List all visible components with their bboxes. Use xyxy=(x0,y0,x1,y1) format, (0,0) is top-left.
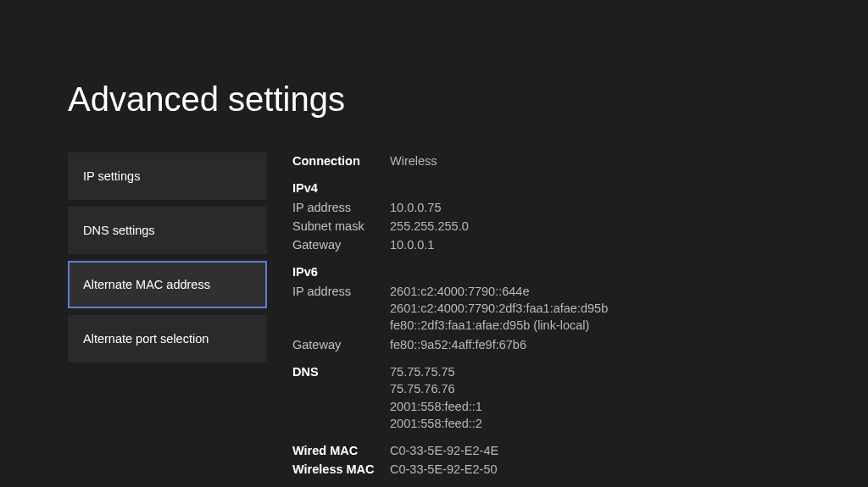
menu-item-alternate-mac[interactable]: Alternate MAC address xyxy=(68,261,267,308)
ipv6-header: IPv6 xyxy=(292,263,390,280)
menu-item-alternate-port[interactable]: Alternate port selection xyxy=(68,315,267,362)
ipv6-gateway-label: Gateway xyxy=(292,336,390,353)
ipv6-ip-value-2: fe80::2df3:faa1:afae:d95b (link-local) xyxy=(390,317,608,334)
ipv6-ip-value-1: 2601:c2:4000:7790:2df3:faa1:afae:d95b xyxy=(390,300,608,317)
ipv4-ip-label: IP address xyxy=(292,199,390,216)
wireless-mac-value: C0-33-5E-92-E2-50 xyxy=(390,461,498,478)
ipv4-gateway-label: Gateway xyxy=(292,236,390,253)
dns-header: DNS xyxy=(292,363,390,432)
ipv6-ip-label: IP address xyxy=(292,283,390,335)
network-details: Connection Wireless IPv4 IP address 10.0… xyxy=(292,152,800,487)
dns-value-3: 2001:558:feed::2 xyxy=(390,415,482,432)
dns-value-2: 2001:558:feed::1 xyxy=(390,398,482,415)
dns-values: 75.75.75.75 75.75.76.76 2001:558:feed::1… xyxy=(390,363,482,432)
ipv4-subnet-label: Subnet mask xyxy=(292,218,390,235)
content-area: IP settings DNS settings Alternate MAC a… xyxy=(68,152,800,487)
dns-value-1: 75.75.76.76 xyxy=(390,380,482,397)
settings-menu: IP settings DNS settings Alternate MAC a… xyxy=(68,152,267,487)
wired-mac-value: C0-33-5E-92-E2-4E xyxy=(390,442,498,459)
ipv6-ip-value-0: 2601:c2:4000:7790::644e xyxy=(390,283,608,300)
menu-item-ip-settings[interactable]: IP settings xyxy=(68,152,267,200)
wireless-mac-label: Wireless MAC xyxy=(292,461,390,478)
ipv4-ip-value: 10.0.0.75 xyxy=(390,199,441,216)
wired-mac-label: Wired MAC xyxy=(292,442,390,459)
menu-item-dns-settings[interactable]: DNS settings xyxy=(68,207,267,254)
dns-value-0: 75.75.75.75 xyxy=(390,363,482,380)
ipv4-gateway-value: 10.0.0.1 xyxy=(390,236,434,253)
page-title: Advanced settings xyxy=(68,0,800,152)
ipv4-header: IPv4 xyxy=(292,180,390,196)
connection-label: Connection xyxy=(292,152,390,169)
ipv6-ip-values: 2601:c2:4000:7790::644e 2601:c2:4000:779… xyxy=(390,283,608,335)
ipv4-subnet-value: 255.255.255.0 xyxy=(390,218,469,235)
ipv6-gateway-value: fe80::9a52:4aff:fe9f:67b6 xyxy=(390,336,526,353)
connection-value: Wireless xyxy=(390,152,437,169)
